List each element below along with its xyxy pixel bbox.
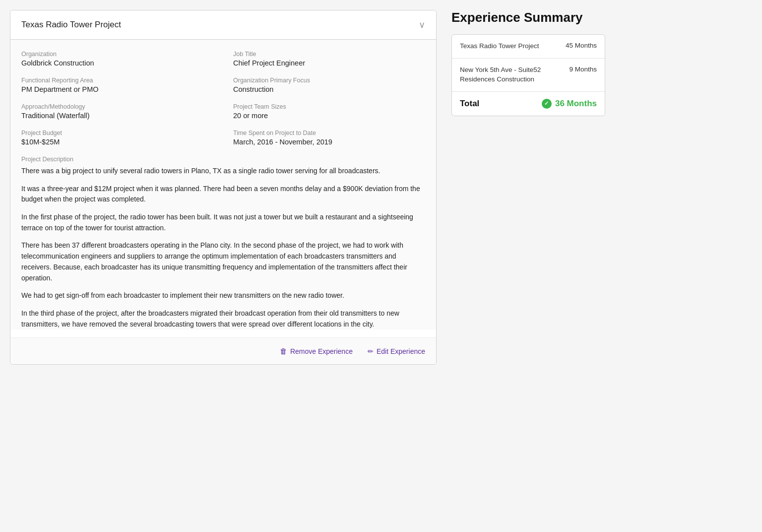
- total-label: Total: [460, 99, 479, 109]
- left-panel: Texas Radio Tower Project ∨ Organization…: [10, 10, 437, 522]
- budget-value: $10M-$25M: [21, 138, 213, 146]
- budget-field: Project Budget $10M-$25M: [21, 130, 213, 146]
- remove-experience-button[interactable]: 🗑 Remove Experience: [280, 347, 353, 355]
- description-paragraph-5: We had to get sign-off from each broadca…: [21, 290, 425, 301]
- job-title-label: Job Title: [233, 51, 425, 58]
- check-circle-icon: [542, 99, 552, 109]
- summary-row-1: Texas Radio Tower Project 45 Months: [452, 35, 605, 59]
- functional-reporting-label: Functional Reporting Area: [21, 77, 213, 84]
- trash-icon: 🗑: [280, 347, 287, 355]
- description-paragraph-1: There was a big project to unify several…: [21, 166, 425, 177]
- budget-label: Project Budget: [21, 130, 213, 136]
- time-spent-value: March, 2016 - November, 2019: [233, 138, 425, 146]
- pencil-icon: ✏: [368, 347, 374, 355]
- description-paragraph-6: In the third phase of the project, after…: [21, 308, 425, 330]
- right-panel: Experience Summary Texas Radio Tower Pro…: [451, 10, 605, 522]
- edit-experience-button[interactable]: ✏ Edit Experience: [368, 347, 425, 355]
- org-primary-focus-value: Construction: [233, 85, 425, 93]
- summary-card: Texas Radio Tower Project 45 Months New …: [451, 34, 605, 116]
- summary-project-name-1: Texas Radio Tower Project: [460, 42, 566, 51]
- job-title-field: Job Title Chief Project Engineer: [233, 51, 425, 67]
- project-body: Organization Goldbrick Construction Job …: [10, 40, 436, 330]
- chevron-down-icon[interactable]: ∨: [419, 19, 425, 30]
- approach-field: Approach/Methodology Traditional (Waterf…: [21, 103, 213, 120]
- organization-value: Goldbrick Construction: [21, 59, 213, 67]
- description-paragraph-2: It was a three-year and $12M project whe…: [21, 184, 425, 205]
- team-sizes-field: Project Team Sizes 20 or more: [233, 103, 425, 120]
- project-header: Texas Radio Tower Project ∨: [10, 10, 436, 40]
- functional-reporting-value: PM Department or PMO: [21, 85, 213, 93]
- summary-months-2: 9 Months: [569, 66, 597, 73]
- description-paragraph-3: In the first phase of the project, the r…: [21, 212, 425, 233]
- organization-label: Organization: [21, 51, 213, 58]
- project-description-section: Project Description There was a big proj…: [21, 156, 425, 330]
- total-value-container: 36 Months: [542, 99, 597, 109]
- edit-experience-label: Edit Experience: [377, 347, 425, 355]
- project-title: Texas Radio Tower Project: [21, 20, 121, 30]
- total-months: 36 Months: [555, 99, 597, 109]
- project-card: Texas Radio Tower Project ∨ Organization…: [10, 10, 437, 365]
- org-primary-focus-field: Organization Primary Focus Construction: [233, 77, 425, 93]
- approach-value: Traditional (Waterfall): [21, 112, 213, 120]
- summary-project-name-2: New York 5th Ave - Suite52 Residences Co…: [460, 66, 569, 84]
- description-label: Project Description: [21, 156, 425, 163]
- summary-total-row: Total 36 Months: [452, 92, 605, 116]
- approach-label: Approach/Methodology: [21, 103, 213, 110]
- org-primary-focus-label: Organization Primary Focus: [233, 77, 425, 84]
- summary-months-1: 45 Months: [566, 42, 597, 49]
- organization-field: Organization Goldbrick Construction: [21, 51, 213, 67]
- time-spent-label: Time Spent on Project to Date: [233, 130, 425, 136]
- functional-reporting-field: Functional Reporting Area PM Department …: [21, 77, 213, 93]
- remove-experience-label: Remove Experience: [290, 347, 353, 355]
- team-sizes-label: Project Team Sizes: [233, 103, 425, 110]
- time-spent-field: Time Spent on Project to Date March, 201…: [233, 130, 425, 146]
- summary-row-2: New York 5th Ave - Suite52 Residences Co…: [452, 59, 605, 92]
- summary-title: Experience Summary: [451, 10, 605, 25]
- fields-grid: Organization Goldbrick Construction Job …: [21, 51, 425, 146]
- description-paragraph-4: There has been 37 different broadcasters…: [21, 240, 425, 283]
- job-title-value: Chief Project Engineer: [233, 59, 425, 67]
- team-sizes-value: 20 or more: [233, 112, 425, 120]
- project-footer: 🗑 Remove Experience ✏ Edit Experience: [10, 337, 436, 364]
